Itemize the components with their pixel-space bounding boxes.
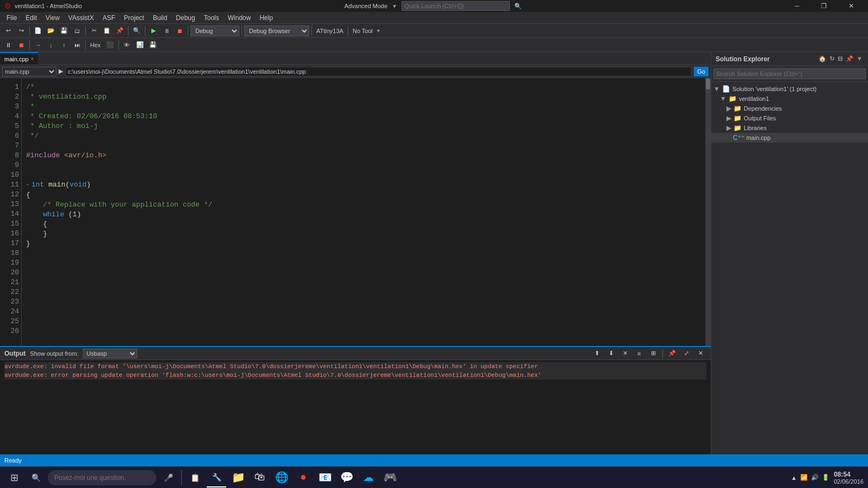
output-toolbar-btn-2[interactable]: ⬇ [605, 348, 617, 359]
clock: 08:54 02/06/2016 [834, 471, 864, 485]
toolbar-btn-find[interactable]: 🔍 [131, 25, 143, 37]
se-item-main-cpp[interactable]: C⁺⁺ main.cpp [711, 133, 868, 143]
restore-button[interactable]: ❐ [812, 0, 837, 12]
menu-debug[interactable]: Debug [171, 13, 199, 23]
debug-toolbar: ⏸ ⏹ → ↓ ↑ ⏭ Hex ⬛ 👁 📊 💾 [0, 38, 868, 52]
toolbar-btn-open[interactable]: 📂 [45, 25, 57, 37]
se-item-project[interactable]: ▼ 📁 ventilation1 [711, 94, 868, 104]
toolbar-btn-save[interactable]: 💾 [58, 25, 70, 37]
file-nav-dropdown[interactable]: main.cpp [2, 67, 56, 76]
se-btn-refresh[interactable]: ↻ [828, 55, 835, 62]
editor-vertical-scrollbar[interactable] [705, 78, 711, 346]
editor-tab-main-cpp[interactable]: main.cpp × [0, 52, 39, 65]
menu-project[interactable]: Project [119, 13, 148, 23]
debug-step-into[interactable]: ↓ [45, 39, 57, 51]
menu-window[interactable]: Window [224, 13, 256, 23]
debug-watch-btn[interactable]: 👁 [121, 39, 133, 51]
toolbar-btn-new[interactable]: 📄 [32, 25, 44, 37]
menu-build[interactable]: Build [149, 13, 172, 23]
advanced-mode-icon: ▼ [392, 3, 397, 9]
solution-explorer-title: Solution Explorer [716, 55, 770, 63]
taskbar-app-ie[interactable]: 🌐 [272, 468, 291, 487]
se-item-libraries[interactable]: ▶ 📁 Libraries [711, 123, 868, 133]
sep-2 [85, 26, 86, 36]
debug-step-out[interactable]: ↑ [58, 39, 70, 51]
taskbar-app-game[interactable]: 🎮 [380, 468, 400, 487]
taskbar-mic-btn[interactable]: 🎤 [158, 468, 178, 487]
output-toolbar-btn-3[interactable]: ✕ [619, 348, 631, 359]
quick-launch-input[interactable] [401, 1, 510, 11]
taskbar-app-atmel[interactable]: 🔧 [207, 468, 226, 487]
debug-hex-btn[interactable]: ⬛ [104, 39, 116, 51]
search-icon[interactable]: 🔍 [514, 3, 522, 10]
output-source-select[interactable]: Usbasp Build [83, 349, 137, 358]
output-toolbar-btn-4[interactable]: ≡ [633, 348, 645, 359]
taskbar-app-store[interactable]: 🛍 [250, 468, 270, 487]
output-toolbar-btn-5[interactable]: ⊞ [647, 348, 659, 359]
sep-1 [29, 26, 30, 36]
menu-file[interactable]: File [2, 13, 21, 23]
taskbar-app-messenger[interactable]: 💬 [337, 468, 356, 487]
taskbar-search-input[interactable] [48, 470, 156, 485]
se-btn-collapse[interactable]: ⊟ [837, 55, 844, 62]
debug-run-cursor[interactable]: ⏭ [71, 39, 83, 51]
menu-help[interactable]: Help [255, 13, 277, 23]
attiny-label: ATtiny13A [314, 28, 346, 34]
sys-tray-arrow[interactable]: ▲ [791, 474, 797, 481]
go-button[interactable]: Go [694, 67, 709, 76]
se-item-dependencies[interactable]: ▶ 📁 Dependencies [711, 104, 868, 113]
start-button[interactable]: ⊞ [4, 468, 24, 487]
toolbar-btn-paste[interactable]: 📌 [114, 25, 126, 37]
dependencies-icon: 📁 [733, 105, 742, 112]
sep-7 [311, 26, 312, 36]
path-input[interactable] [65, 67, 692, 76]
se-item-output-files[interactable]: ▶ 📁 Output Files [711, 113, 868, 123]
code-content[interactable]: /* * ventilation1.cpp * * Created: 02/06… [22, 78, 705, 346]
taskbar-app-explorer[interactable]: 📁 [228, 468, 248, 487]
menu-asf[interactable]: ASF [98, 13, 119, 23]
no-tool-dropdown-icon[interactable]: ▼ [376, 28, 381, 34]
taskbar-app-skype[interactable]: ☁ [359, 468, 378, 487]
close-button[interactable]: ✕ [839, 0, 864, 12]
output-toolbar-btn-1[interactable]: ⬆ [591, 348, 603, 359]
debug-stop-btn[interactable]: ⏹ [15, 39, 27, 51]
output-close-btn[interactable]: ✕ [694, 348, 706, 359]
debug-mem-btn[interactable]: 💾 [147, 39, 159, 51]
taskbar-search-icon[interactable]: 🔍 [26, 468, 46, 487]
output-header-left: Output Show output from: Usbasp Build [4, 349, 137, 358]
toolbar-btn-redo[interactable]: ↪ [15, 25, 27, 37]
debug-config-dropdown[interactable]: Debug Release [190, 25, 239, 36]
toolbar-btn-build-play[interactable]: ▶ [148, 25, 159, 37]
se-item-solution[interactable]: ▼ 📄 Solution 'ventilation1' (1 project) [711, 84, 868, 94]
debug-step-over[interactable]: → [32, 39, 44, 51]
taskbar-app-outlook[interactable]: 📧 [315, 468, 335, 487]
se-btn-settings[interactable]: ▼ [856, 55, 864, 62]
se-btn-home[interactable]: 🏠 [818, 55, 827, 62]
solution-explorer-search-input[interactable] [713, 68, 866, 79]
editor-panel: main.cpp × main.cpp ▶ Go 1 [0, 52, 711, 346]
date-display: 02/06/2016 [834, 478, 864, 485]
menu-vassistx[interactable]: VAssistX [64, 13, 98, 23]
toolbar-btn-pause[interactable]: ⏸ [161, 25, 173, 37]
debug-locals-btn[interactable]: 📊 [134, 39, 146, 51]
output-pin-btn[interactable]: 📌 [666, 348, 678, 359]
output-float-btn[interactable]: ⤢ [680, 348, 692, 359]
taskbar-task-view[interactable]: 📋 [185, 468, 205, 487]
toolbar-btn-undo[interactable]: ↩ [2, 25, 14, 37]
toolbar-btn-copy[interactable]: 📋 [101, 25, 113, 37]
output-title: Output [4, 350, 25, 357]
toolbar-btn-stop[interactable]: ⏹ [174, 25, 186, 37]
code-editor[interactable]: 1 2 3 4 5 6 7 8 9 10 11 12 13 14 [0, 78, 711, 346]
output-files-icon: 📁 [733, 114, 742, 122]
debug-pause-btn[interactable]: ⏸ [2, 39, 14, 51]
menu-tools[interactable]: Tools [200, 13, 224, 23]
tab-close-button[interactable]: × [31, 56, 34, 62]
minimize-button[interactable]: ─ [784, 0, 809, 12]
toolbar-btn-cut[interactable]: ✂ [88, 25, 100, 37]
menu-edit[interactable]: Edit [21, 13, 41, 23]
debug-browser-dropdown[interactable]: Debug Browser [244, 25, 309, 36]
menu-view[interactable]: View [41, 13, 64, 23]
toolbar-btn-save-all[interactable]: 🗂 [71, 25, 83, 37]
se-btn-pin[interactable]: 📌 [845, 55, 854, 62]
taskbar-app-chrome[interactable]: ● [293, 468, 313, 487]
